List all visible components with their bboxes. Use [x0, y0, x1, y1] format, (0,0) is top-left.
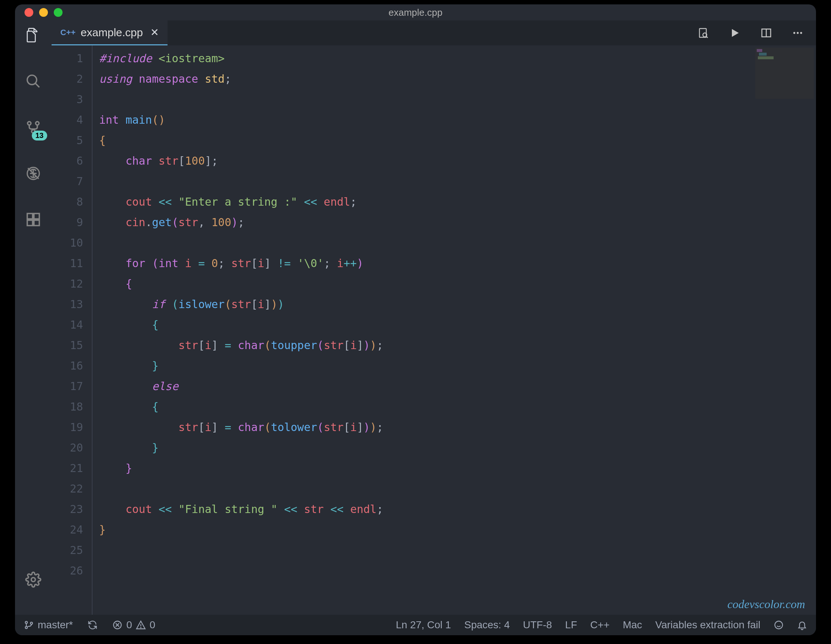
line-number: 16	[52, 355, 83, 376]
window-title: example.cpp	[15, 7, 816, 18]
svg-point-26	[140, 627, 141, 628]
line-number: 20	[52, 438, 83, 458]
code-line[interactable]: for (int i = 0; str[i] != '\0'; i++)	[99, 253, 816, 274]
code-line[interactable]	[99, 478, 816, 499]
line-number: 9	[52, 212, 83, 233]
line-number: 10	[52, 233, 83, 253]
svg-rect-8	[27, 220, 33, 226]
code-line[interactable]: char str[100];	[99, 151, 816, 171]
line-number: 21	[52, 458, 83, 478]
feedback-icon[interactable]	[774, 620, 784, 630]
code-line[interactable]: str[i] = char(tolower(str[i]));	[99, 417, 816, 438]
svg-line-13	[706, 36, 708, 38]
watermark: codevscolor.com	[728, 598, 805, 611]
git-branch-status[interactable]: master*	[24, 619, 73, 631]
extension-status[interactable]: Variables extraction fail	[656, 619, 760, 631]
split-editor-icon[interactable]	[760, 26, 773, 40]
tab-filename: example.cpp	[81, 26, 143, 39]
code-line[interactable]: {	[99, 315, 816, 335]
status-bar: master* 0 0 Ln 27, Col 1 Spaces: 4 UTF-8…	[15, 615, 816, 635]
line-number: 22	[52, 478, 83, 499]
os-status[interactable]: Mac	[623, 619, 642, 631]
line-number: 19	[52, 417, 83, 438]
notifications-icon[interactable]	[797, 620, 807, 630]
line-number-gutter: 1234567891011121314151617181920212223242…	[52, 45, 92, 615]
maximize-window-button[interactable]	[54, 8, 62, 17]
settings-gear-icon[interactable]	[24, 571, 42, 588]
sync-icon[interactable]	[88, 620, 98, 630]
line-number: 13	[52, 294, 83, 315]
line-number: 25	[52, 540, 83, 561]
minimap[interactable]	[755, 48, 814, 99]
code-line[interactable]	[99, 561, 816, 581]
cursor-position-status[interactable]: Ln 27, Col 1	[396, 619, 451, 631]
problems-status[interactable]: 0 0	[112, 619, 155, 631]
line-number: 11	[52, 253, 83, 274]
line-number: 23	[52, 499, 83, 520]
code-line[interactable]: {	[99, 397, 816, 417]
code-line[interactable]	[99, 171, 816, 192]
code-line[interactable]: cout << "Final string " << str << endl;	[99, 499, 816, 520]
line-number: 12	[52, 274, 83, 294]
line-number: 24	[52, 520, 83, 540]
close-window-button[interactable]	[24, 8, 33, 17]
cpp-file-icon: C++	[60, 28, 76, 37]
code-line[interactable]: }	[99, 355, 816, 376]
code-line[interactable]: str[i] = char(toupper(str[i]));	[99, 335, 816, 355]
code-line[interactable]: if (islower(str[i]))	[99, 294, 816, 315]
line-number: 14	[52, 315, 83, 335]
app-window: example.cpp 13	[15, 5, 816, 635]
line-number: 8	[52, 192, 83, 212]
code-line[interactable]	[99, 540, 816, 561]
svg-point-20	[25, 626, 27, 629]
code-line[interactable]: cin.get(str, 100);	[99, 212, 816, 233]
run-icon[interactable]	[728, 26, 741, 40]
line-number: 4	[52, 110, 83, 130]
line-number: 7	[52, 171, 83, 192]
tab-close-icon[interactable]: ✕	[150, 26, 159, 38]
line-number: 3	[52, 89, 83, 110]
code-line[interactable]: }	[99, 520, 816, 540]
find-in-file-icon[interactable]	[697, 26, 710, 40]
tab-example-cpp[interactable]: C++ example.cpp ✕	[52, 21, 167, 45]
search-icon[interactable]	[24, 72, 42, 90]
code-line[interactable]: int main()	[99, 110, 816, 130]
code-content[interactable]: #include <iostream>using namespace std; …	[92, 45, 816, 615]
svg-point-19	[25, 621, 27, 623]
code-line[interactable]: {	[99, 274, 816, 294]
line-number: 18	[52, 397, 83, 417]
more-actions-icon[interactable]	[791, 26, 804, 40]
code-line[interactable]: }	[99, 458, 816, 478]
code-line[interactable]: using namespace std;	[99, 69, 816, 89]
eol-status[interactable]: LF	[565, 619, 577, 631]
code-line[interactable]: #include <iostream>	[99, 48, 816, 69]
minimize-window-button[interactable]	[39, 8, 48, 17]
code-editor[interactable]: 1234567891011121314151617181920212223242…	[52, 45, 816, 615]
svg-point-2	[27, 121, 31, 125]
extensions-icon[interactable]	[24, 211, 42, 228]
code-line[interactable]	[99, 233, 816, 253]
indentation-status[interactable]: Spaces: 4	[464, 619, 510, 631]
language-mode-status[interactable]: C++	[590, 619, 610, 631]
code-line[interactable]: cout << "Enter a string :" << endl;	[99, 192, 816, 212]
svg-point-16	[793, 32, 795, 33]
source-control-icon[interactable]: 13	[24, 118, 42, 136]
code-line[interactable]	[99, 89, 816, 110]
line-number: 2	[52, 69, 83, 89]
code-line[interactable]: }	[99, 438, 816, 458]
svg-rect-9	[34, 220, 40, 226]
code-line[interactable]: else	[99, 376, 816, 397]
svg-rect-7	[34, 214, 40, 219]
svg-point-18	[800, 32, 802, 33]
encoding-status[interactable]: UTF-8	[523, 619, 552, 631]
activity-bar: 13	[15, 21, 52, 615]
code-line[interactable]: {	[99, 130, 816, 151]
debug-icon[interactable]	[24, 165, 42, 182]
svg-point-3	[35, 121, 39, 125]
line-number: 1	[52, 48, 83, 69]
tab-bar: C++ example.cpp ✕	[52, 21, 816, 45]
explorer-icon[interactable]	[24, 26, 42, 44]
svg-point-17	[797, 32, 798, 33]
line-number: 5	[52, 130, 83, 151]
line-number: 15	[52, 335, 83, 355]
